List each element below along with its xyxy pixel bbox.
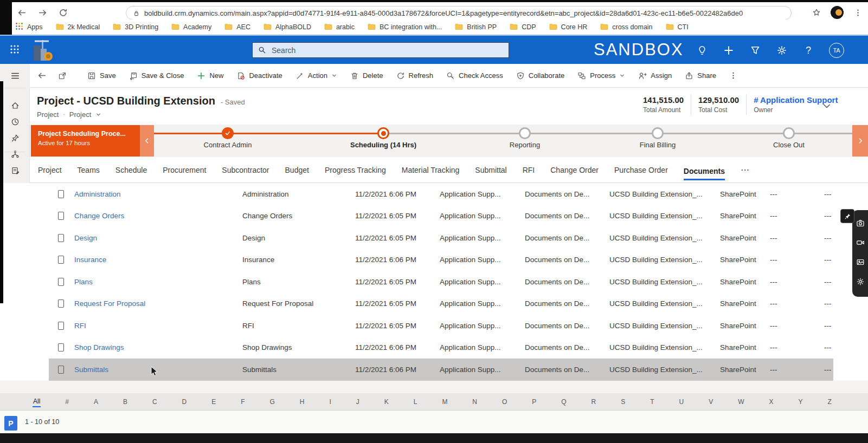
check-access-button[interactable]: Check Access xyxy=(441,68,509,83)
tab-change-order[interactable]: Change Order xyxy=(550,164,599,177)
tab-teams[interactable]: Teams xyxy=(78,164,100,177)
bookmark-british-pp[interactable]: British PP xyxy=(455,23,497,31)
jump-d[interactable]: D xyxy=(182,397,188,407)
document-row-icon[interactable] xyxy=(57,227,65,249)
row-link-rfi[interactable]: RFI xyxy=(74,315,237,337)
tab-subcontractor[interactable]: Subcontractor xyxy=(222,164,269,177)
search-input[interactable] xyxy=(271,45,503,55)
browser-menu-kebab-icon[interactable] xyxy=(850,5,865,20)
bookmark-apps[interactable]: Apps xyxy=(15,22,43,32)
bookmark-cross-domain[interactable]: cross domain xyxy=(600,23,652,31)
gear-icon[interactable] xyxy=(856,277,865,288)
bookmark-academy[interactable]: Academy xyxy=(171,23,211,31)
tab-purchase-order[interactable]: Purchase Order xyxy=(614,164,668,177)
app-launcher-waffle-icon[interactable] xyxy=(10,44,20,56)
jump-l[interactable]: L xyxy=(413,397,418,407)
jump-p[interactable]: P xyxy=(531,397,537,407)
bookmark-aec[interactable]: AEC xyxy=(224,23,250,31)
row-link-plans[interactable]: Plans xyxy=(74,271,237,293)
tab-budget[interactable]: Budget xyxy=(285,164,309,177)
quick-create-plus-icon[interactable] xyxy=(723,44,735,56)
row-link-request-for-proposal[interactable]: Request For Proposal xyxy=(74,293,237,315)
collaborate-button[interactable]: Collaborate xyxy=(511,68,570,83)
sidebar-item-notes[interactable] xyxy=(0,162,30,179)
jump-b[interactable]: B xyxy=(123,397,128,407)
new-button[interactable]: New xyxy=(191,68,229,83)
document-row-icon[interactable] xyxy=(57,359,65,381)
bookmark-core-hr[interactable]: Core HR xyxy=(549,23,588,31)
sidebar-item-sitemap[interactable] xyxy=(0,146,30,162)
browser-profile-avatar[interactable] xyxy=(831,6,844,19)
table-row-plans[interactable]: PlansPlans11/2/2021 6:05 PMApplication S… xyxy=(49,271,833,294)
bookmark-cdp[interactable]: CDP xyxy=(510,23,536,31)
jump-z[interactable]: Z xyxy=(827,397,832,407)
sidebar-item-recent[interactable] xyxy=(0,114,30,130)
jump-n[interactable]: N xyxy=(472,397,478,407)
action-button[interactable]: Action xyxy=(290,68,343,83)
tab-progress-tracking[interactable]: Progress Tracking xyxy=(325,164,386,177)
jump-y[interactable]: Y xyxy=(798,397,803,407)
tab-submittal[interactable]: Submittal xyxy=(475,164,506,177)
jump-[interactable]: # xyxy=(65,397,69,407)
jump-all[interactable]: All xyxy=(33,396,41,407)
form-selector[interactable]: Project xyxy=(69,110,91,119)
row-link-shop-drawings[interactable]: Shop Drawings xyxy=(74,337,237,359)
bookmark-arabic[interactable]: arabic xyxy=(324,23,355,31)
address-bar[interactable]: boldbuild.crm.dynamics.com/main.aspx?app… xyxy=(126,6,792,20)
table-row-administration[interactable]: AdministrationAdministration11/2/2021 6:… xyxy=(49,183,833,206)
sidebar-item-pin[interactable] xyxy=(0,130,30,146)
process-collapse-chevron[interactable] xyxy=(140,125,154,157)
bookmark-bc-integration-with[interactable]: BC integration with... xyxy=(368,23,442,31)
table-row-submittals[interactable]: SubmittalsSubmittals11/2/2021 6:06 PMApp… xyxy=(49,359,833,381)
jump-w[interactable]: W xyxy=(737,397,744,407)
jump-g[interactable]: G xyxy=(269,397,275,407)
bookmark-2k-medical[interactable]: 2k Medical xyxy=(56,23,100,31)
app-logo[interactable] xyxy=(30,38,57,65)
tab-documents[interactable]: Documents xyxy=(684,165,725,180)
video-icon[interactable] xyxy=(856,238,865,249)
tab-schedule[interactable]: Schedule xyxy=(115,164,147,177)
share-button[interactable]: Share xyxy=(679,68,722,83)
image-icon[interactable] xyxy=(856,258,865,269)
save-close-button[interactable]: Save & Close xyxy=(124,68,190,83)
stage-marker-final-billing[interactable] xyxy=(652,127,664,139)
document-row-icon[interactable] xyxy=(57,293,65,315)
browser-forward-icon[interactable] xyxy=(35,5,50,20)
jump-h[interactable]: H xyxy=(299,397,305,407)
process-button[interactable]: Process xyxy=(572,68,631,83)
jump-a[interactable]: A xyxy=(93,397,99,407)
delete-button[interactable]: Delete xyxy=(345,68,389,83)
jump-e[interactable]: E xyxy=(211,397,216,407)
jump-c[interactable]: C xyxy=(152,397,158,407)
row-link-change-orders[interactable]: Change Orders xyxy=(74,205,237,227)
jump-j[interactable]: J xyxy=(356,397,360,407)
stage-marker-close-out[interactable] xyxy=(783,127,795,139)
deactivate-button[interactable]: Deactivate xyxy=(231,68,287,83)
header-collapse-chevron-icon[interactable] xyxy=(821,101,832,114)
document-row-icon[interactable] xyxy=(57,337,65,359)
table-row-design[interactable]: DesignDesign11/2/2021 6:05 PMApplication… xyxy=(49,227,833,250)
table-row-change-orders[interactable]: Change OrdersChange Orders11/2/2021 6:05… xyxy=(49,205,833,228)
site-map-toggle[interactable] xyxy=(0,64,30,88)
jump-m[interactable]: M xyxy=(441,397,448,407)
stage-marker-reporting[interactable] xyxy=(519,127,531,139)
camera-icon[interactable] xyxy=(856,219,865,230)
jump-r[interactable]: R xyxy=(591,397,597,407)
pin-icon[interactable] xyxy=(840,209,854,223)
settings-gear-icon[interactable] xyxy=(776,44,788,56)
save-button[interactable]: Save xyxy=(82,68,121,83)
jump-f[interactable]: F xyxy=(240,397,245,407)
lightbulb-icon[interactable] xyxy=(696,44,708,56)
stage-marker-contract-admin[interactable] xyxy=(222,127,234,139)
jump-u[interactable]: U xyxy=(679,397,685,407)
jump-o[interactable]: O xyxy=(501,397,507,407)
global-search-box[interactable] xyxy=(252,42,509,58)
tab-material-tracking[interactable]: Material Tracking xyxy=(402,164,460,177)
user-avatar[interactable]: TA xyxy=(829,43,844,58)
tabs-overflow-ellipsis[interactable]: ⋯ xyxy=(741,165,750,175)
form-selector-chevron-icon[interactable] xyxy=(95,112,101,118)
jump-q[interactable]: Q xyxy=(561,397,567,407)
jump-k[interactable]: K xyxy=(384,397,389,407)
table-row-request-for-proposal[interactable]: Request For ProposalRequest For Proposal… xyxy=(49,293,833,316)
document-row-icon[interactable] xyxy=(57,315,65,337)
